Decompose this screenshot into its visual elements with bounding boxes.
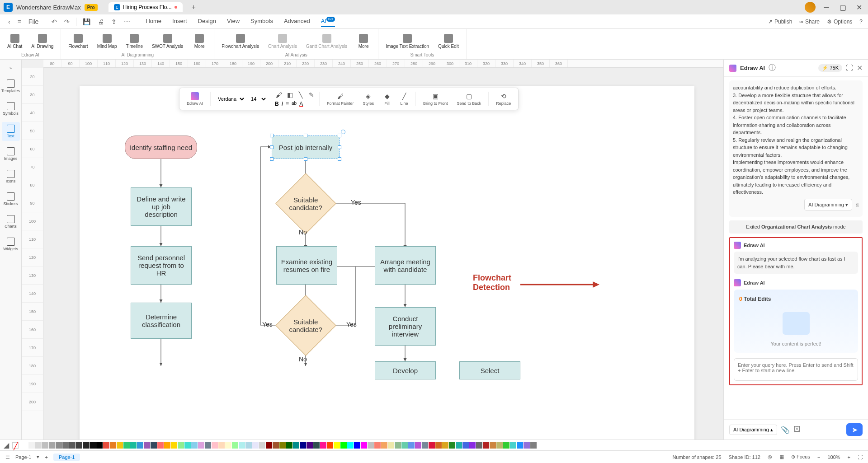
options-button[interactable]: ⚙ Options <box>827 19 852 25</box>
color-swatch[interactable] <box>340 442 347 449</box>
more-analysis-button[interactable]: More <box>353 33 374 50</box>
share-button[interactable]: ∞ Share <box>799 19 820 25</box>
color-swatch[interactable] <box>476 442 482 449</box>
sidebar-charts[interactable]: Charts <box>2 212 20 231</box>
color-swatch[interactable] <box>157 442 164 449</box>
undo-button[interactable]: ↶ <box>49 16 60 27</box>
color-swatch[interactable] <box>245 442 252 449</box>
color-icon[interactable]: ◧ <box>286 91 294 99</box>
sidebar-icons[interactable]: Icons <box>2 167 20 186</box>
back-button[interactable]: ‹ <box>5 16 13 27</box>
resize-handle-n[interactable] <box>304 134 307 137</box>
resize-handle-nw[interactable] <box>270 134 274 137</box>
color-swatch[interactable] <box>401 442 408 449</box>
resize-handle-w[interactable] <box>270 145 274 149</box>
ai-chat-button[interactable]: AI Chat <box>4 33 26 50</box>
sidebar-images[interactable]: Images <box>2 145 20 164</box>
shape-arrange-meeting[interactable]: Arrange meeting with candidate <box>375 246 436 285</box>
color-swatch[interactable] <box>252 442 259 449</box>
tab-insert[interactable]: Insert <box>172 16 187 27</box>
tab-view[interactable]: View <box>227 16 240 27</box>
color-swatch[interactable] <box>198 442 204 449</box>
quick-edit-button[interactable]: Quick Edit <box>434 33 462 50</box>
add-page-button[interactable]: + <box>45 454 47 460</box>
color-swatch[interactable] <box>368 442 374 449</box>
color-swatch[interactable] <box>422 442 428 449</box>
eyedropper-icon[interactable]: ◢ <box>4 441 9 449</box>
color-swatch[interactable] <box>483 442 489 449</box>
color-swatch[interactable] <box>307 442 313 449</box>
color-swatch[interactable] <box>35 442 42 449</box>
color-swatch[interactable] <box>42 442 48 449</box>
shape-selected-post-job[interactable]: Post job internally <box>272 136 340 159</box>
color-swatch[interactable] <box>300 442 306 449</box>
redo-button[interactable]: ↷ <box>61 16 72 27</box>
shape-develop[interactable]: Develop <box>375 361 436 379</box>
color-swatch[interactable] <box>49 442 55 449</box>
zoom-out-button[interactable]: − <box>817 454 820 460</box>
color-swatch[interactable] <box>123 442 130 449</box>
resize-handle-sw[interactable] <box>270 157 274 161</box>
close-panel-icon[interactable]: ✕ <box>857 64 863 72</box>
export-button[interactable]: ⇪ <box>108 16 119 27</box>
color-swatch[interactable] <box>313 442 320 449</box>
line-icon[interactable]: ╲ <box>297 91 305 99</box>
mode-dropdown[interactable]: AI Diagramming ▾ <box>804 199 852 211</box>
new-tab-button[interactable]: + <box>192 3 196 11</box>
size-select[interactable]: 14 <box>247 95 267 103</box>
minimize-button[interactable]: ─ <box>821 2 832 13</box>
color-swatch[interactable] <box>490 442 496 449</box>
color-swatch[interactable] <box>449 442 455 449</box>
color-swatch[interactable] <box>279 442 286 449</box>
color-swatch[interactable] <box>56 442 62 449</box>
resize-handle-s[interactable] <box>304 157 307 161</box>
color-swatch[interactable] <box>361 442 367 449</box>
color-swatch[interactable] <box>28 442 35 449</box>
publish-button[interactable]: ↗ Publish <box>768 19 792 25</box>
nocolor-icon[interactable]: ╱ <box>12 442 19 449</box>
color-swatch[interactable] <box>462 442 469 449</box>
color-swatch[interactable] <box>22 442 28 449</box>
color-swatch[interactable] <box>96 442 103 449</box>
print-button[interactable]: 🖨 <box>95 16 107 27</box>
sidebar-symbols[interactable]: Symbols <box>2 99 20 118</box>
color-swatch[interactable] <box>429 442 435 449</box>
rotate-handle[interactable] <box>341 130 345 134</box>
color-swatch[interactable] <box>205 442 211 449</box>
tab-home[interactable]: Home <box>146 16 161 27</box>
sidebar-text[interactable]: Text <box>2 122 20 141</box>
color-swatch[interactable] <box>388 442 394 449</box>
page[interactable]: Identify staffing need Post job internal… <box>80 86 694 440</box>
color-swatch[interactable] <box>144 442 150 449</box>
color-swatch[interactable] <box>435 442 442 449</box>
shape-classification[interactable]: Determine classification <box>131 303 192 339</box>
color-swatch[interactable] <box>273 442 279 449</box>
fit-icon[interactable]: ⛶ <box>858 454 863 460</box>
color-swatch[interactable] <box>232 442 238 449</box>
page-dropdown[interactable]: ▾ <box>37 454 39 460</box>
sidebar-widgets[interactable]: Widgets <box>2 235 20 254</box>
color-swatch[interactable] <box>266 442 272 449</box>
fill-button[interactable]: ◆Fill <box>379 91 395 107</box>
shape-preliminary[interactable]: Conduct preliminary interview <box>375 307 436 346</box>
tab-design[interactable]: Design <box>198 16 216 27</box>
focus-button[interactable]: ⊕ Focus <box>791 454 810 460</box>
resize-handle-e[interactable] <box>338 145 341 149</box>
color-swatch[interactable] <box>354 442 360 449</box>
more-button[interactable]: ⋯ <box>121 16 133 27</box>
help-button[interactable]: ? <box>859 19 863 25</box>
color-swatch[interactable] <box>90 442 96 449</box>
expand-sidebar-button[interactable]: » <box>2 63 20 73</box>
color-swatch[interactable] <box>415 442 421 449</box>
pen-icon[interactable]: ✎ <box>307 91 316 99</box>
color-swatch[interactable] <box>178 442 184 449</box>
fontcolor-button[interactable]: A <box>299 101 303 107</box>
italic-button[interactable]: I <box>282 101 283 107</box>
canvas[interactable]: Identify staffing need Post job internal… <box>43 68 723 440</box>
grid-icon[interactable]: ▦ <box>779 454 784 460</box>
color-swatch[interactable] <box>374 442 381 449</box>
color-swatch[interactable] <box>334 442 340 449</box>
color-swatch[interactable] <box>327 442 333 449</box>
shape-suitable-2[interactable]: Suitable candidate? <box>275 295 336 355</box>
info-icon[interactable]: ⓘ <box>769 63 776 73</box>
